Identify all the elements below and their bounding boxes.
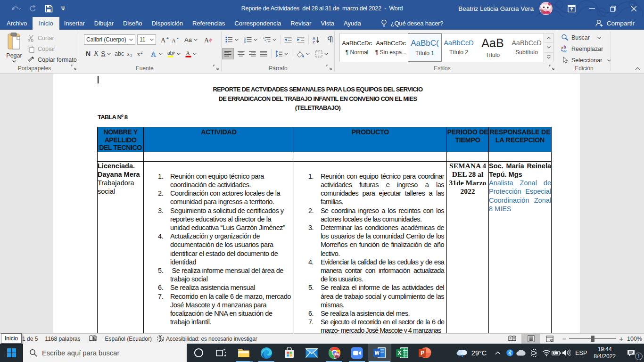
file-explorer-button[interactable] bbox=[232, 344, 255, 362]
word-taskbar-button[interactable] bbox=[368, 344, 391, 362]
multilevel-list-button[interactable]: 1ai bbox=[261, 34, 278, 45]
page[interactable]: REPORTE DE ACTVIDADES SEMANALES PARA LOS… bbox=[53, 74, 580, 333]
font-name-combo[interactable]: Calibri (Cuerpo) bbox=[84, 34, 135, 45]
chrome-button[interactable] bbox=[323, 344, 346, 362]
copy-button[interactable]: Copiar bbox=[27, 45, 77, 53]
show-marks-button[interactable] bbox=[326, 34, 335, 45]
ribbon-display-options-button[interactable] bbox=[561, 0, 582, 17]
zoom-button[interactable] bbox=[346, 344, 368, 362]
italic-button[interactable]: K bbox=[92, 49, 100, 59]
read-mode-button[interactable] bbox=[503, 334, 521, 344]
superscript-button[interactable]: x2 bbox=[136, 49, 146, 59]
numbering-button[interactable]: 123 bbox=[242, 34, 259, 45]
collapse-ribbon-button[interactable] bbox=[635, 67, 640, 70]
find-button[interactable]: Buscar bbox=[561, 33, 611, 42]
proofing-icon[interactable] bbox=[89, 335, 97, 342]
tab-ayuda[interactable]: Ayuda bbox=[339, 17, 366, 30]
zoom-out-button[interactable]: − bbox=[562, 335, 566, 343]
accessibility-icon[interactable] bbox=[157, 335, 165, 343]
style-subtitulo[interactable]: AaBbCcD Subtítulo bbox=[510, 33, 544, 62]
tab-revisar[interactable]: Revisar bbox=[286, 17, 316, 30]
style-normal[interactable]: AaBbCcDc ¶ Normal bbox=[340, 33, 374, 62]
underline-button[interactable]: S bbox=[100, 49, 107, 59]
edge-button[interactable] bbox=[255, 344, 278, 362]
fuente-dialog-launcher[interactable] bbox=[213, 65, 220, 71]
styles-gallery-more[interactable] bbox=[545, 53, 553, 62]
sort-button[interactable]: AZ bbox=[311, 34, 322, 45]
powerpoint-button[interactable] bbox=[413, 344, 436, 362]
shading-button[interactable] bbox=[294, 49, 312, 59]
cut-button[interactable]: Cortar bbox=[27, 34, 77, 42]
tab-vista[interactable]: Vista bbox=[316, 17, 339, 30]
weather-widget[interactable]: 29°C bbox=[451, 348, 491, 358]
avatar[interactable] bbox=[539, 2, 553, 15]
align-right-button[interactable] bbox=[247, 49, 258, 59]
borders-button[interactable] bbox=[314, 49, 330, 59]
estilos-dialog-launcher[interactable] bbox=[549, 65, 555, 71]
excel-button[interactable] bbox=[391, 344, 413, 362]
align-left-button[interactable] bbox=[223, 49, 233, 59]
onedrive-tray-icon[interactable] bbox=[515, 344, 527, 362]
page-indicator[interactable]: 1 de 5 bbox=[22, 336, 38, 342]
taskbar-search[interactable]: Escribe aquí para buscar bbox=[23, 344, 187, 362]
grow-font-button[interactable]: A bbox=[159, 34, 170, 45]
justify-button[interactable] bbox=[258, 49, 269, 59]
replace-button[interactable]: abac Reemplazar bbox=[561, 45, 611, 53]
highlight-button[interactable]: ab bbox=[166, 49, 182, 59]
change-case-button[interactable]: Aa bbox=[183, 34, 199, 45]
start-button[interactable] bbox=[0, 344, 23, 362]
tab-dibujar[interactable]: Dibujar bbox=[90, 17, 118, 30]
underline-dropdown-icon[interactable] bbox=[107, 53, 111, 55]
bullets-button[interactable] bbox=[223, 34, 240, 45]
clear-formatting-button[interactable]: A bbox=[203, 34, 214, 45]
language-tray-indicator[interactable]: ESP bbox=[571, 350, 589, 356]
styles-scroll-down[interactable] bbox=[545, 43, 553, 52]
tab-archivo[interactable]: Archivo bbox=[0, 17, 33, 30]
zoom-slider[interactable] bbox=[569, 334, 616, 344]
styles-scroll-up[interactable] bbox=[545, 33, 553, 43]
tab-referencias[interactable]: Referencias bbox=[188, 17, 230, 30]
zoom-slider-thumb[interactable] bbox=[591, 336, 594, 342]
select-button[interactable]: Seleccionar bbox=[561, 56, 611, 65]
style-titulo-1[interactable]: AaBbC( Título 1 bbox=[408, 33, 442, 62]
battery-tray-icon[interactable] bbox=[552, 344, 561, 362]
font-color-button[interactable]: A bbox=[184, 49, 198, 59]
store-button[interactable] bbox=[278, 344, 300, 362]
web-layout-button[interactable] bbox=[540, 334, 559, 344]
paste-button[interactable]: Pegar bbox=[4, 33, 25, 69]
close-button[interactable] bbox=[623, 0, 644, 17]
accessibility-status[interactable]: Accesibilidad: es necesario investigar bbox=[166, 336, 257, 342]
document-area[interactable]: REPORTE DE ACTVIDADES SEMANALES PARA LOS… bbox=[0, 74, 644, 333]
strikethrough-button[interactable]: abc bbox=[113, 49, 125, 59]
format-painter-button[interactable]: Copiar formato bbox=[27, 56, 77, 64]
style-titulo-2[interactable]: AaBbCcD Título 2 bbox=[442, 33, 476, 62]
action-center-button[interactable]: 1 bbox=[619, 344, 644, 362]
tab-diseno[interactable]: Diseño bbox=[118, 17, 147, 30]
zoom-in-button[interactable]: + bbox=[619, 335, 623, 343]
decrease-indent-button[interactable] bbox=[282, 34, 294, 45]
style-sin-espaciado[interactable]: AaBbCcDc ¶ Sin espa... bbox=[374, 33, 408, 62]
wifi-tray-icon[interactable] bbox=[541, 344, 552, 362]
print-layout-button[interactable] bbox=[521, 334, 540, 344]
restore-button[interactable] bbox=[603, 0, 623, 17]
zoom-level[interactable]: 100% bbox=[627, 336, 642, 342]
increase-indent-button[interactable] bbox=[295, 34, 306, 45]
tab-disposicion[interactable]: Disposición bbox=[147, 17, 187, 30]
line-spacing-button[interactable] bbox=[273, 49, 290, 59]
shrink-font-button[interactable]: A bbox=[170, 34, 181, 45]
language-indicator[interactable]: Español (Ecuador) bbox=[105, 336, 152, 342]
share-button[interactable]: Compartir bbox=[595, 17, 635, 30]
tell-me-box[interactable]: ¿Qué desea hacer? bbox=[381, 17, 444, 30]
word-count[interactable]: 1168 palabras bbox=[45, 336, 80, 342]
tab-insertar[interactable]: Insertar bbox=[59, 17, 90, 30]
tab-inicio[interactable]: Inicio bbox=[33, 17, 59, 30]
clock[interactable]: 19:44 8/4/2022 bbox=[589, 346, 617, 360]
align-center-button[interactable] bbox=[236, 49, 247, 59]
account-name[interactable]: Beatriz Leticia Garcia Vera bbox=[458, 5, 534, 12]
task-view-button[interactable] bbox=[210, 344, 232, 362]
font-size-combo[interactable]: 11 bbox=[137, 34, 156, 45]
bluetooth-tray-icon[interactable] bbox=[504, 344, 515, 362]
subscript-button[interactable]: x2 bbox=[125, 49, 136, 59]
minimize-button[interactable] bbox=[582, 0, 603, 17]
tray-expand-button[interactable] bbox=[491, 344, 504, 362]
